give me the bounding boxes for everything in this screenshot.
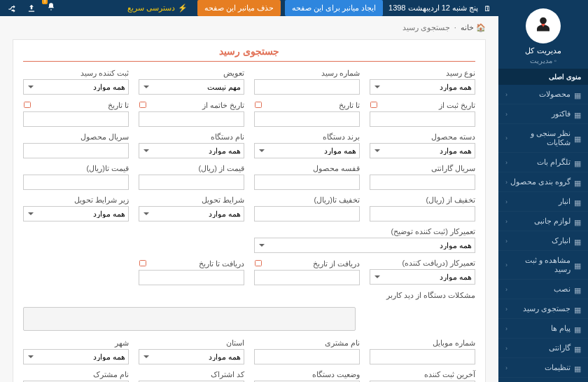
- receipt-no-input[interactable]: [254, 79, 360, 95]
- sidebar-item-label: نصب: [554, 285, 570, 294]
- sidebar-item-label: فاکتور: [552, 109, 570, 118]
- end-date-to-input[interactable]: [23, 111, 129, 127]
- grid-icon: ▦: [574, 261, 581, 268]
- sidebar-item-label: مشاهده و ثبت رسید: [507, 256, 570, 274]
- calendar-icon: [139, 100, 147, 110]
- chevron-left-icon: ‹: [505, 306, 507, 313]
- label-receipt-type: نوع رسید: [446, 69, 475, 78]
- reg-date-to-input[interactable]: [254, 111, 360, 127]
- calendar-icon: 🗓: [484, 4, 491, 13]
- quick-access-link[interactable]: ⚡ دسترسی سریع: [127, 4, 188, 13]
- sidebar-item-5[interactable]: ▦انبار‹: [498, 192, 588, 212]
- repairer-recv-select[interactable]: همه موارد: [370, 269, 475, 285]
- sidebar-item-12[interactable]: ▦گارانتی‹: [498, 339, 588, 358]
- label-device-status: وضعیت دستگاه: [312, 370, 360, 379]
- label-recv-from: دریافت از تاریخ: [313, 259, 360, 268]
- label-repairer-recv: تعمیرکار (دریافت کننده): [402, 259, 475, 268]
- discount-from-input[interactable]: [370, 206, 475, 221]
- delivery-cond-select[interactable]: همه موارد: [139, 206, 244, 221]
- calendar-icon: [370, 100, 378, 110]
- user-problems-textarea[interactable]: [23, 307, 356, 331]
- upload-icon[interactable]: [27, 4, 36, 13]
- breadcrumb: 🏠 خانه · جستجوی رسید: [0, 16, 498, 39]
- chevron-left-icon: ‹: [505, 286, 507, 293]
- reg-date-from-input[interactable]: [370, 111, 475, 127]
- product-cat-select[interactable]: همه موارد: [370, 143, 475, 158]
- search-form: نوع رسیدهمه موارد شماره رسید تعویضمهم نی…: [13, 62, 485, 382]
- end-date-from-input[interactable]: [139, 111, 244, 127]
- label-receipt-no: شماره رسید: [321, 69, 360, 78]
- price-to-input[interactable]: [23, 175, 129, 190]
- city-select[interactable]: همه موارد: [23, 349, 129, 364]
- grid-icon: ▦: [574, 306, 581, 313]
- product-serial-input[interactable]: [23, 143, 129, 158]
- create-shortcut-button[interactable]: ایجاد میانبر برای این صفحه: [285, 0, 383, 16]
- grid-icon: ▦: [574, 345, 581, 352]
- label-delivery-sub: زیر شرایط تحویل: [74, 196, 129, 205]
- grid-icon: ▦: [574, 325, 581, 332]
- customer-name-input[interactable]: [254, 349, 360, 364]
- recv-to-input[interactable]: [139, 270, 244, 285]
- device-brand-select[interactable]: همه موارد: [254, 143, 360, 158]
- sidebar-item-label: تلگرام بات: [537, 158, 570, 167]
- label-device-name: نام دستگاه: [211, 132, 244, 142]
- recv-from-input[interactable]: [254, 270, 360, 285]
- grid-icon: ▦: [574, 198, 581, 205]
- warranty-serial-input[interactable]: [370, 175, 475, 190]
- price-from-input[interactable]: [139, 175, 244, 190]
- sidebar-item-7[interactable]: ▦انبارک‹: [498, 231, 588, 251]
- sidebar-item-6[interactable]: ▦لوازم جانبی‹: [498, 212, 588, 231]
- label-end-date-to: تا تاریخ: [108, 101, 129, 110]
- remove-shortcut-button[interactable]: حذف میانبر این صفحه: [197, 0, 281, 16]
- sidebar-item-4[interactable]: ▦گروه بندی محصول‹: [498, 172, 588, 192]
- chevron-left-icon: ‹: [505, 261, 507, 268]
- chevron-left-icon: ‹: [505, 364, 507, 371]
- panel-title: جستجوی رسید: [13, 40, 485, 57]
- label-sub-name: نام مشترک: [93, 370, 129, 379]
- label-discount-to: تخفیف تا(ریال): [314, 196, 360, 205]
- sidebar-item-13[interactable]: ▦تنظیمات‹: [498, 358, 588, 378]
- replacement-select[interactable]: مهم نیست: [139, 79, 244, 95]
- breadcrumb-home[interactable]: خانه: [461, 23, 474, 32]
- chevron-left-icon: ‹: [505, 238, 507, 245]
- registrar-select[interactable]: همه موارد: [23, 79, 129, 95]
- sidebar-item-2[interactable]: ▦نظر سنجی و شکایات‹: [498, 124, 588, 153]
- device-name-select[interactable]: همه موارد: [139, 143, 244, 158]
- sidebar-item-8[interactable]: ▦مشاهده و ثبت رسید‹: [498, 251, 588, 280]
- product-shelf-input[interactable]: [254, 175, 360, 190]
- chevron-left-icon: ‹: [505, 179, 507, 186]
- sidebar-item-1[interactable]: ▦فاکتور‹: [498, 104, 588, 124]
- receipt-type-select[interactable]: همه موارد: [370, 79, 475, 95]
- sidebar-item-11[interactable]: ▦پیام ها‹: [498, 319, 588, 339]
- delivery-sub-select[interactable]: همه موارد: [23, 206, 129, 221]
- label-price-to: قیمت تا(ریال): [87, 164, 129, 173]
- svg-rect-1: [371, 102, 377, 108]
- mobile-input[interactable]: [370, 349, 475, 364]
- sidebar-item-9[interactable]: ▦نصب‹: [498, 280, 588, 299]
- menu-list: ▦محصولات‹▦فاکتور‹▦نظر سنجی و شکایات‹▦تلگ…: [498, 85, 588, 382]
- label-reg-date-from: تاریخ ثبت از: [439, 101, 475, 110]
- chevron-left-icon: ‹: [505, 325, 507, 332]
- chevron-left-icon: ‹: [505, 345, 507, 352]
- breadcrumb-current: جستجوی رسید: [402, 23, 450, 32]
- sidebar-item-14[interactable]: ▦کاربران‹: [498, 378, 588, 382]
- repairer-desc-select[interactable]: همه موارد: [254, 238, 475, 253]
- sidebar-item-label: گروه بندی محصول: [510, 177, 570, 186]
- province-select[interactable]: همه موارد: [139, 349, 244, 364]
- label-discount-from: تخفیف از (ریال): [426, 196, 475, 205]
- shuffle-icon[interactable]: [7, 4, 17, 13]
- svg-rect-6: [140, 261, 146, 266]
- label-delivery-cond: شرایط تحویل: [202, 196, 244, 205]
- grid-icon: ▦: [574, 159, 581, 166]
- sidebar-item-10[interactable]: ▦جستجوی رسید‹: [498, 299, 588, 319]
- notifications-button[interactable]: !: [46, 2, 56, 14]
- grid-icon: ▦: [574, 179, 581, 186]
- topbar: 🗓 پنج شنبه 12 اردیبهشت 1398 ایجاد میانبر…: [0, 0, 498, 16]
- label-mobile: شماره موبایل: [433, 339, 475, 348]
- sidebar-item-0[interactable]: ▦محصولات‹: [498, 85, 588, 104]
- sidebar-item-3[interactable]: ▦تلگرام بات‹: [498, 153, 588, 172]
- label-replacement: تعویض: [223, 69, 244, 78]
- discount-to-input[interactable]: [254, 206, 360, 221]
- svg-point-0: [540, 18, 547, 25]
- label-last-registrar: آخرین ثبت کننده: [424, 370, 475, 379]
